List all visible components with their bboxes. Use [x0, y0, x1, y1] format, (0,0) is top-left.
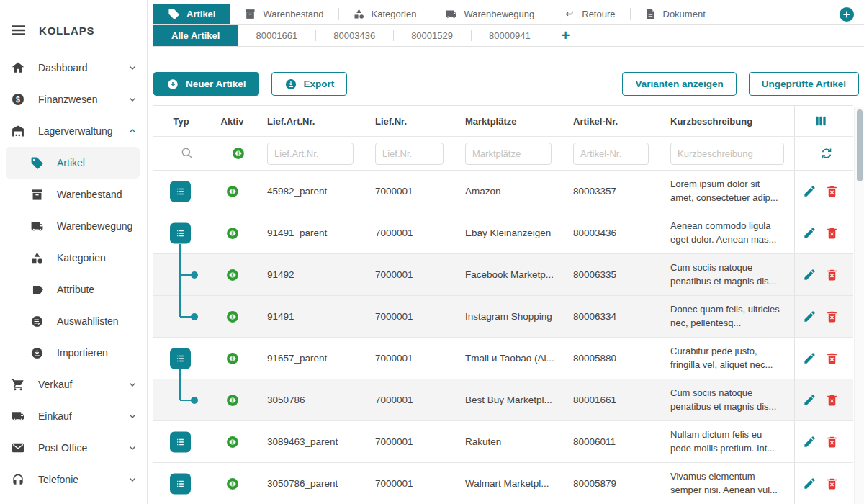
- sidebar-item-attribute[interactable]: Attribute: [6, 274, 140, 305]
- artikel-nr-filter-input[interactable]: [573, 143, 649, 165]
- subtab-80000941[interactable]: 80000941: [471, 25, 549, 46]
- tab-kategorien[interactable]: Kategorien: [338, 4, 431, 24]
- filter-cell: [454, 143, 562, 165]
- tab-warenbewegung[interactable]: Warenbewegung: [431, 4, 549, 24]
- sidebar-item-verkauf[interactable]: Verkauf: [0, 369, 147, 400]
- delete-button[interactable]: [825, 393, 839, 407]
- sidebar-item-telefonie[interactable]: Telefonie: [0, 464, 147, 495]
- col-header-aktiv[interactable]: Aktiv: [209, 116, 256, 127]
- delete-button[interactable]: [825, 226, 839, 240]
- col-header-artikel-nr[interactable]: Artikel-Nr.: [562, 116, 659, 127]
- sidebar-item-auswahllisten[interactable]: Auswahllisten: [6, 305, 140, 337]
- export-button[interactable]: Export: [271, 72, 348, 96]
- article-list-icon[interactable]: [170, 348, 191, 369]
- edit-button[interactable]: [803, 435, 816, 449]
- sidebar-item-finanzwesen[interactable]: $Finanzwesen: [0, 84, 147, 115]
- sidebar-item-einkauf[interactable]: Einkauf: [0, 400, 147, 432]
- tab-label: Retoure: [582, 9, 615, 19]
- menu-icon[interactable]: [10, 22, 27, 39]
- delete-button[interactable]: [825, 351, 839, 365]
- search-icon[interactable]: [180, 146, 194, 161]
- sidebar-item-post-office[interactable]: Post Office: [0, 432, 147, 464]
- chevron-down-icon: [127, 379, 138, 390]
- lief-nr-cell: 7000001: [364, 353, 454, 364]
- new-article-button[interactable]: Neuer Artikel: [153, 72, 259, 96]
- table-header-row: Typ Aktiv Lief.Art.Nr. Lief.Nr. Marktplä…: [153, 106, 853, 137]
- add-subtab-button[interactable]: +: [549, 25, 583, 46]
- add-tab-button[interactable]: [839, 6, 855, 22]
- lief-nr-cell: 7000001: [364, 395, 454, 405]
- active-icon[interactable]: [225, 310, 240, 324]
- article-list-icon[interactable]: [170, 473, 191, 494]
- table-row: 91657_parent7000001Tmall и Taobao (Al...…: [153, 338, 853, 379]
- scrollbar-thumb[interactable]: [857, 109, 863, 181]
- chevron-down-icon: [127, 410, 138, 422]
- chevron-down-icon: [127, 94, 138, 105]
- active-icon[interactable]: [225, 477, 240, 491]
- tab-warenbestand[interactable]: Warenbestand: [230, 4, 338, 24]
- edit-button[interactable]: [803, 393, 816, 407]
- artikel-nr-cell: 80001661: [562, 395, 659, 405]
- col-header-lief-nr[interactable]: Lief.Nr.: [364, 116, 454, 127]
- col-header-marktplaetze[interactable]: Marktplätze: [454, 116, 562, 127]
- article-list-icon[interactable]: [170, 222, 191, 243]
- lief-nr-cell: 7000001: [364, 311, 454, 322]
- tab-retoure[interactable]: Retoure: [549, 4, 629, 24]
- artikel-nr-cell: 80005880: [562, 353, 659, 364]
- edit-button[interactable]: [803, 477, 816, 490]
- marktplaetze-filter-input[interactable]: [465, 143, 552, 165]
- col-header-kurzbeschreibung[interactable]: Kurzbeschreibung: [659, 116, 794, 127]
- subtab-80001529[interactable]: 80001529: [393, 25, 471, 46]
- lief-nr-filter-input[interactable]: [375, 143, 444, 165]
- edit-button[interactable]: [803, 351, 816, 365]
- subtab-80001661[interactable]: 80001661: [238, 25, 315, 46]
- active-icon[interactable]: [225, 393, 240, 408]
- edit-button[interactable]: [803, 226, 816, 240]
- active-icon[interactable]: [225, 435, 240, 449]
- active-filter-icon[interactable]: [231, 146, 246, 161]
- delete-button[interactable]: [825, 184, 839, 198]
- edit-button[interactable]: [803, 184, 816, 198]
- subtab-alle-artikel[interactable]: Alle Artikel: [153, 25, 238, 46]
- sidebar-item-dashboard[interactable]: Dashboard: [0, 52, 147, 84]
- sidebar-item-label: Artikel: [57, 157, 85, 168]
- sidebar-item-label: Einkauf: [38, 410, 72, 422]
- typ-cell: [153, 254, 209, 295]
- edit-button[interactable]: [803, 268, 816, 282]
- subtab-80003436[interactable]: 80003436: [315, 25, 393, 46]
- active-icon[interactable]: [225, 184, 240, 199]
- delete-button[interactable]: [825, 310, 839, 323]
- col-header-typ[interactable]: Typ: [153, 116, 209, 127]
- home-icon: [10, 60, 26, 76]
- sidebar-item-warenbestand[interactable]: Warenbestand: [6, 179, 140, 210]
- active-icon[interactable]: [225, 226, 240, 240]
- show-variants-button[interactable]: Varianten anzeigen: [622, 72, 736, 96]
- active-icon[interactable]: [225, 351, 240, 366]
- delete-button[interactable]: [825, 477, 839, 490]
- aktiv-cell: [209, 393, 256, 408]
- article-list-icon[interactable]: [170, 181, 191, 202]
- sidebar-item-lagerverwaltung[interactable]: Lagerverwaltung: [0, 115, 147, 147]
- sidebar-item-importieren[interactable]: Importieren: [6, 337, 140, 369]
- filter-cell: [562, 143, 659, 165]
- delete-button[interactable]: [825, 268, 839, 282]
- edit-button[interactable]: [803, 310, 816, 323]
- tab-dokument[interactable]: Dokument: [630, 4, 720, 24]
- delete-button[interactable]: [825, 435, 839, 449]
- lief-art-nr-filter-input[interactable]: [267, 143, 354, 165]
- article-list-icon[interactable]: [170, 431, 191, 452]
- columns-icon[interactable]: [814, 114, 828, 128]
- active-icon[interactable]: [225, 268, 240, 282]
- sidebar-item-warenbewegung[interactable]: Warenbewegung: [6, 210, 140, 242]
- sidebar-item-artikel[interactable]: Artikel: [6, 147, 140, 179]
- sidebar-item-kategorien[interactable]: Kategorien: [6, 242, 140, 274]
- refresh-icon[interactable]: [819, 146, 834, 161]
- list-circle-icon: [29, 313, 45, 329]
- unchecked-articles-button[interactable]: Ungeprüfte Artikel: [749, 72, 859, 96]
- mail-icon: [10, 440, 26, 456]
- typ-cell: [153, 171, 209, 212]
- box-icon: [29, 186, 45, 202]
- kurzbeschreibung-filter-input[interactable]: [670, 143, 784, 165]
- col-header-lief-art-nr[interactable]: Lief.Art.Nr.: [256, 116, 364, 127]
- tab-artikel[interactable]: Artikel: [153, 4, 230, 24]
